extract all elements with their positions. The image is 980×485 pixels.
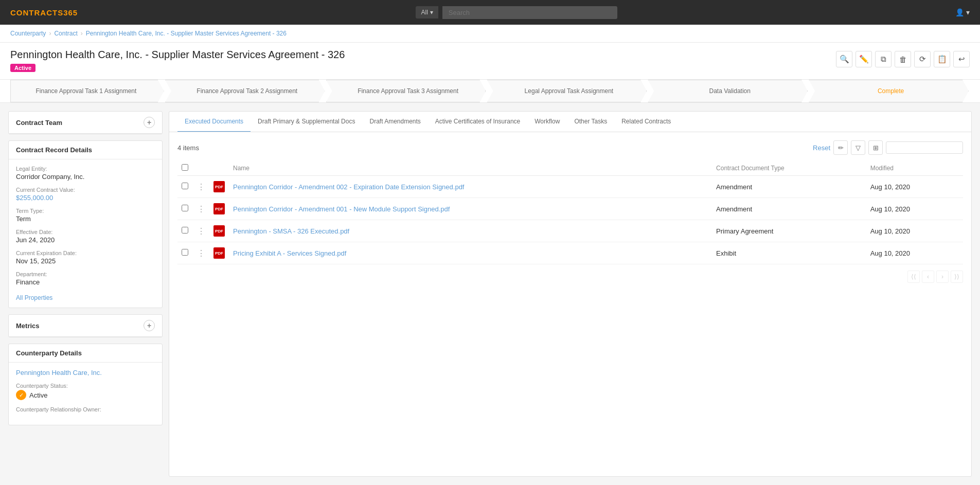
chevron-down-icon: ▾ — [430, 9, 433, 16]
field-counterparty-name: Pennington Health Care, Inc. — [16, 369, 155, 376]
pdf-icon-0: PDF — [213, 181, 225, 192]
reset-link[interactable]: Reset — [813, 144, 830, 152]
workflow-step-2[interactable]: Finance Approval Task 2 Assignment — [165, 80, 325, 102]
edit-button[interactable]: ✏️ — [856, 51, 872, 67]
metrics-section: Metrics + — [8, 314, 163, 337]
doc-name-link-1[interactable]: Pennington Corridor - Amendment 001 - Ne… — [233, 205, 450, 213]
contract-record-details-section: Contract Record Details Legal Entity: Co… — [8, 140, 163, 308]
page-title: Pennington Health Care, Inc. - Supplier … — [10, 49, 345, 61]
pdf-icon-3: PDF — [213, 247, 225, 259]
workflow-steps: Finance Approval Task 1 Assignment Finan… — [0, 80, 980, 103]
col-checkbox — [177, 161, 193, 176]
field-relationship-owner: Counterparty Relationship Owner: — [16, 406, 155, 412]
next-page-button[interactable]: › — [936, 271, 949, 283]
row-checkbox-0[interactable] — [182, 183, 188, 189]
breadcrumb: Counterparty › Contract › Pennington Hea… — [0, 25, 980, 43]
workflow-step-3[interactable]: Finance Approval Task 3 Assignment — [326, 80, 486, 102]
table-header-row: Name Contract Document Type Modified — [177, 161, 963, 176]
page-title-actions: 🔍 ✏️ ⧉ 🗑 ⟳ 📋 ↩ — [836, 51, 970, 67]
col-menu — [193, 161, 209, 176]
row-checkbox-3[interactable] — [182, 249, 188, 256]
edit-columns-button[interactable]: ✏ — [833, 140, 848, 155]
workflow-step-complete[interactable]: Complete — [809, 80, 969, 102]
search-filter-dropdown[interactable]: All ▾ — [416, 6, 438, 19]
counterparty-status-display: ✓ Active — [16, 390, 155, 400]
breadcrumb-sep-2: › — [81, 30, 83, 37]
left-sidebar: Contract Team + Contract Record Details … — [8, 111, 163, 477]
last-page-button[interactable]: ⟩⟩ — [951, 271, 963, 283]
archive-button[interactable]: 📋 — [934, 51, 950, 67]
row-menu-1[interactable]: ⋮ — [197, 205, 205, 213]
contract-team-add-button[interactable]: + — [144, 117, 155, 128]
doc-modified-2: Aug 10, 2020 — [866, 220, 963, 242]
history-button[interactable]: ⟳ — [914, 51, 931, 67]
doc-type-3: Exhibit — [712, 242, 866, 264]
first-page-button[interactable]: ⟨⟨ — [907, 271, 920, 283]
tab-executed-documents[interactable]: Executed Documents — [177, 112, 251, 132]
counterparty-status-check-icon: ✓ — [16, 390, 26, 400]
doc-name-link-0[interactable]: Pennington Corridor - Amendment 002 - Ex… — [233, 183, 464, 191]
counterparty-details-header: Counterparty Details — [9, 344, 162, 363]
prev-page-button[interactable]: ‹ — [922, 271, 934, 283]
field-department: Department: Finance — [16, 271, 155, 286]
user-menu[interactable]: 👤 ▾ — [955, 8, 970, 16]
doc-type-0: Amendment — [712, 176, 866, 198]
breadcrumb-current[interactable]: Pennington Health Care, Inc. - Supplier … — [86, 30, 287, 37]
app-logo[interactable]: CONTRACTS365 — [10, 8, 78, 17]
filter-button[interactable]: ▽ — [851, 140, 865, 155]
table-search-input[interactable] — [886, 141, 963, 154]
tab-workflow[interactable]: Workflow — [527, 112, 567, 132]
col-name-header: Name — [229, 161, 712, 176]
row-menu-3[interactable]: ⋮ — [197, 249, 205, 258]
table-row: ⋮ PDF Pennington Corridor - Amendment 00… — [177, 198, 963, 220]
table-toolbar: 4 items Reset ✏ ▽ ⊞ — [177, 140, 963, 155]
doc-name-link-3[interactable]: Pricing Exhibit A - Services Signed.pdf — [233, 249, 346, 257]
field-legal-entity: Legal Entity: Corridor Company, Inc. — [16, 166, 155, 181]
pdf-icon-1: PDF — [213, 203, 225, 214]
contract-record-details-content: Legal Entity: Corridor Company, Inc. Cur… — [9, 159, 162, 308]
search-input[interactable] — [442, 6, 617, 19]
tab-related-contracts[interactable]: Related Contracts — [614, 112, 678, 132]
row-menu-0[interactable]: ⋮ — [197, 183, 205, 191]
delete-button[interactable]: 🗑 — [895, 51, 911, 67]
tab-draft-amendments[interactable]: Draft Amendments — [362, 112, 427, 132]
table-row: ⋮ PDF Pennington Corridor - Amendment 00… — [177, 176, 963, 198]
table-row: ⋮ PDF Pennington - SMSA - 326 Executed.p… — [177, 220, 963, 242]
col-modified-header: Modified — [866, 161, 963, 176]
workflow-step-4[interactable]: Legal Approval Task Assignment — [487, 80, 647, 102]
metrics-add-button[interactable]: + — [144, 320, 155, 331]
row-checkbox-2[interactable] — [182, 227, 188, 233]
view-button[interactable]: ⊞ — [868, 140, 883, 155]
contract-record-details-header: Contract Record Details — [9, 141, 162, 159]
zoom-button[interactable]: 🔍 — [836, 51, 852, 67]
table-row: ⋮ PDF Pricing Exhibit A - Services Signe… — [177, 242, 963, 264]
select-all-checkbox[interactable] — [182, 164, 188, 171]
col-type-header: Contract Document Type — [712, 161, 866, 176]
tab-active-certificates[interactable]: Active Certificates of Insurance — [428, 112, 527, 132]
tab-other-tasks[interactable]: Other Tasks — [567, 112, 614, 132]
status-badge: Active — [10, 64, 35, 72]
copy-button[interactable]: ⧉ — [875, 51, 892, 67]
tabs-bar: Executed Documents Draft Primary & Suppl… — [169, 112, 971, 132]
doc-name-link-2[interactable]: Pennington - SMSA - 326 Executed.pdf — [233, 227, 349, 235]
breadcrumb-contract[interactable]: Contract — [54, 30, 77, 37]
workflow-step-1[interactable]: Finance Approval Task 1 Assignment — [10, 80, 164, 102]
page-title-section: Pennington Health Care, Inc. - Supplier … — [10, 49, 345, 72]
field-effective-date: Effective Date: Jun 24, 2020 — [16, 229, 155, 244]
page-title-area: Pennington Health Care, Inc. - Supplier … — [0, 43, 980, 80]
row-menu-2[interactable]: ⋮ — [197, 227, 205, 236]
doc-type-2: Primary Agreement — [712, 220, 866, 242]
all-properties-link[interactable]: All Properties — [16, 294, 52, 301]
doc-modified-3: Aug 10, 2020 — [866, 242, 963, 264]
documents-table: Name Contract Document Type Modified ⋮ P… — [177, 161, 963, 264]
tab-draft-primary[interactable]: Draft Primary & Supplemental Docs — [251, 112, 362, 132]
breadcrumb-counterparty[interactable]: Counterparty — [10, 30, 46, 37]
main-content: Contract Team + Contract Record Details … — [0, 103, 980, 485]
field-counterparty-status: Counterparty Status: ✓ Active — [16, 383, 155, 400]
doc-type-1: Amendment — [712, 198, 866, 220]
contract-team-header: Contract Team + — [9, 112, 162, 134]
undo-button[interactable]: ↩ — [953, 51, 970, 67]
row-checkbox-1[interactable] — [182, 205, 188, 211]
user-icon: 👤 ▾ — [955, 8, 970, 16]
workflow-step-5[interactable]: Data Validation — [648, 80, 808, 102]
